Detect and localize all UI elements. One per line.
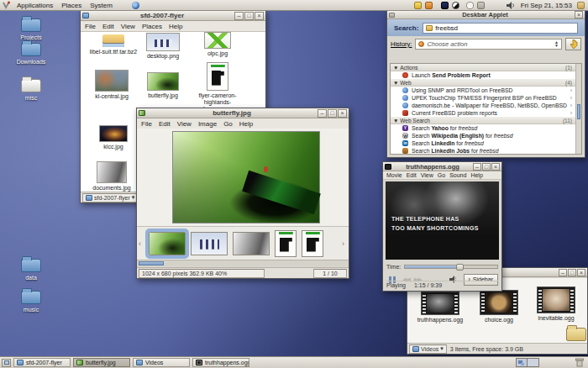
result-item-web[interactable]: Using SNMP and RRDTool on FreeBSD› [391,87,581,94]
section-web-search[interactable]: ▼ Web Search (11) [391,117,581,124]
show-desktop-button[interactable] [2,359,11,367]
scrollbar-thumb[interactable] [139,261,164,265]
tray-folder-icon[interactable] [425,2,433,9]
minimize-button[interactable]: – [234,12,244,20]
file-item[interactable]: klcc.jpg [89,125,138,150]
maximize-button[interactable]: □ [568,269,576,276]
task-button-movie-player[interactable]: truthhappens.ogg [192,358,249,367]
location-selector[interactable]: Videos ▾ [409,344,447,354]
firefox-launcher-icon[interactable] [132,2,139,9]
trash-icon[interactable] [575,358,584,367]
deskbar-titlebar[interactable]: Deskbar Applet × [387,11,585,19]
search-input[interactable]: freebsd [423,23,578,34]
menu-edit[interactable]: Edit [102,23,114,30]
task-button-videos[interactable]: Videos [133,358,190,367]
close-button[interactable]: × [575,11,583,18]
tray-clock-icon[interactable] [466,2,474,9]
menu-go[interactable]: Go [438,172,445,178]
close-button[interactable]: × [338,109,347,118]
section-actions[interactable]: ▼ Actions (1) [391,64,581,71]
result-item-search[interactable]: Search LinkedIn Jobs for freebsd [391,147,581,155]
panel-clock[interactable]: Fri Sep 21, 15:53 [517,2,575,9]
seek-handle[interactable] [456,264,464,271]
horizontal-scrollbar[interactable] [137,260,349,266]
menu-help[interactable]: Help [239,120,253,128]
file-item[interactable]: olpc.jpg [193,32,242,57]
workspace-1[interactable] [517,359,528,366]
file-item[interactable]: butterfly.jpg [139,72,187,99]
menu-system[interactable]: System [86,0,117,11]
maximize-button[interactable]: □ [482,163,491,171]
minimize-button[interactable]: – [318,109,327,118]
tray-mail-icon[interactable] [577,2,585,9]
menu-view[interactable]: View [421,172,433,178]
volume-icon[interactable] [507,2,515,9]
task-button-file-manager[interactable]: sfd-2007-flyer [13,358,71,367]
menu-places[interactable]: Places [57,0,86,11]
spinner-arrows-icon[interactable]: ▲▼ [554,40,559,47]
minimize-button[interactable]: – [473,163,481,171]
menu-image[interactable]: Image [198,120,217,128]
file-item[interactable]: flyer-cameron-highlands-banner.svg [193,62,242,113]
file-item[interactable]: kl-central.jpg [87,70,136,100]
desktop-icon-folder[interactable] [558,328,588,341]
menu-places[interactable]: Places [142,23,162,30]
result-item-search[interactable]: in Search LinkedIn for freebsd [391,139,581,147]
result-item-search[interactable]: W Search Wikipedia (English) for freebsd [391,132,581,139]
video-display[interactable]: THE TELEPHONE HAS TOO MANY SHORTCOMINGS [386,181,499,260]
seek-slider[interactable] [404,265,498,269]
thumbnail[interactable] [302,230,323,257]
thumbnail[interactable] [191,232,228,255]
thumbnail[interactable] [275,230,297,257]
menu-movie[interactable]: Movie [386,172,402,178]
maximize-button[interactable]: □ [328,109,337,118]
menu-view[interactable]: View [121,23,135,30]
tray-updates-icon[interactable] [477,2,485,9]
task-button-image-viewer[interactable]: butterfly.jpg [73,358,130,367]
file-item[interactable]: desktop.png [139,33,187,60]
file-item[interactable]: libel-suit.ttf.tar.bz2 [89,34,138,55]
video-file-item[interactable]: truthhappens.ogg [411,292,470,323]
workspace-switcher[interactable] [516,358,539,367]
video-file-item[interactable]: inevitable.ogg [527,287,585,321]
scroll-left-icon[interactable]: ‹ [139,239,144,248]
distro-logo-icon[interactable] [2,1,11,10]
scroll-right-icon[interactable]: › [342,239,347,248]
tray-screen-icon[interactable] [441,2,449,9]
thumbnail[interactable] [233,232,270,255]
menu-file[interactable]: File [141,120,152,128]
desktop-icon-downloads[interactable]: Downloads [13,43,50,65]
maximize-button[interactable]: □ [244,12,254,20]
result-item-action[interactable]: Launch Send Problem Report [391,71,581,79]
tray-note-icon[interactable] [414,2,422,9]
close-button[interactable]: × [577,269,585,276]
menu-help[interactable]: Help [470,172,482,178]
file-item[interactable]: documents.jpg [87,161,136,192]
vertical-scrollbar[interactable] [575,64,581,154]
movie-player-titlebar[interactable]: truthhappens.ogg – □ × [383,162,501,171]
scrollbar-thumb[interactable] [577,104,580,119]
minimize-button[interactable]: – [559,269,567,276]
close-button[interactable]: × [491,163,500,171]
menu-go[interactable]: Go [223,120,233,128]
menu-edit[interactable]: Edit [159,120,171,128]
result-item-search[interactable]: Y Search Yahoo for freebsd [391,124,581,132]
menu-file[interactable]: File [85,23,96,30]
menu-view[interactable]: View [177,120,192,128]
execute-button[interactable] [565,38,581,50]
menu-applications[interactable]: Applications [13,0,57,11]
file-manager-titlebar[interactable]: sfd-2007-flyer – □ × [81,11,265,21]
tray-theme-icon[interactable] [452,2,459,9]
desktop-icon-projects[interactable]: Projects [13,18,50,40]
image-viewer-titlebar[interactable]: butterfly.jpg – □ × [137,108,349,118]
menu-help[interactable]: Help [169,23,182,30]
desktop-icon-data[interactable]: data [13,259,50,281]
location-selector[interactable]: sfd-2007-flyer ▾ [82,193,138,202]
menu-edit[interactable]: Edit [407,172,417,178]
section-web[interactable]: ▼ Web (4) [391,79,581,87]
video-file-item[interactable]: choice.ogg [470,290,528,323]
result-item-web[interactable]: Current FreeBSD problem reports› [391,109,581,117]
history-combo[interactable]: Choose action ▲▼ [415,39,562,50]
desktop-icon-music[interactable]: music [13,291,50,313]
workspace-2[interactable] [528,359,538,366]
